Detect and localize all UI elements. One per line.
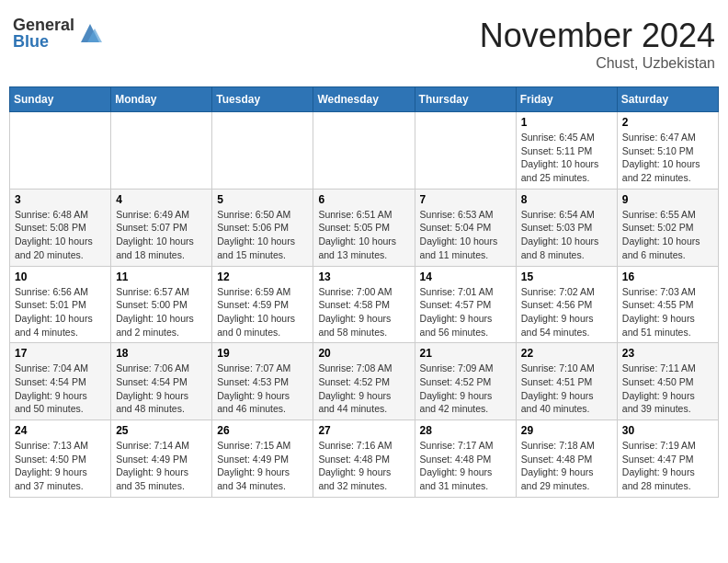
table-row: 4Sunrise: 6:49 AM Sunset: 5:07 PM Daylig… xyxy=(111,189,212,266)
table-row: 2Sunrise: 6:47 AM Sunset: 5:10 PM Daylig… xyxy=(617,112,718,190)
calendar-week-row: 17Sunrise: 7:04 AM Sunset: 4:54 PM Dayli… xyxy=(10,343,719,420)
table-row: 14Sunrise: 7:01 AM Sunset: 4:57 PM Dayli… xyxy=(415,266,516,343)
day-info: Sunrise: 7:09 AM Sunset: 4:52 PM Dayligh… xyxy=(420,362,511,416)
table-row xyxy=(111,112,212,190)
day-number: 2 xyxy=(622,116,713,129)
day-info: Sunrise: 6:51 AM Sunset: 5:05 PM Dayligh… xyxy=(318,208,409,262)
logo: General Blue xyxy=(13,17,104,50)
day-number: 28 xyxy=(420,424,511,437)
calendar-week-row: 1Sunrise: 6:45 AM Sunset: 5:11 PM Daylig… xyxy=(10,112,719,190)
day-info: Sunrise: 6:47 AM Sunset: 5:10 PM Dayligh… xyxy=(622,131,713,185)
calendar-week-row: 10Sunrise: 6:56 AM Sunset: 5:01 PM Dayli… xyxy=(10,266,719,343)
table-row: 7Sunrise: 6:53 AM Sunset: 5:04 PM Daylig… xyxy=(415,189,516,266)
day-number: 16 xyxy=(622,270,713,283)
day-info: Sunrise: 7:18 AM Sunset: 4:48 PM Dayligh… xyxy=(521,439,612,493)
day-number: 12 xyxy=(217,270,308,283)
day-info: Sunrise: 7:13 AM Sunset: 4:50 PM Dayligh… xyxy=(15,439,106,493)
table-row: 17Sunrise: 7:04 AM Sunset: 4:54 PM Dayli… xyxy=(10,343,111,420)
table-row: 15Sunrise: 7:02 AM Sunset: 4:56 PM Dayli… xyxy=(516,266,617,343)
day-number: 13 xyxy=(318,270,409,283)
day-info: Sunrise: 7:17 AM Sunset: 4:48 PM Dayligh… xyxy=(420,439,511,493)
day-info: Sunrise: 6:53 AM Sunset: 5:04 PM Dayligh… xyxy=(420,208,511,262)
day-info: Sunrise: 7:08 AM Sunset: 4:52 PM Dayligh… xyxy=(318,362,409,416)
day-number: 26 xyxy=(217,424,308,437)
day-info: Sunrise: 6:56 AM Sunset: 5:01 PM Dayligh… xyxy=(15,285,106,339)
calendar-header-row: Sunday Monday Tuesday Wednesday Thursday… xyxy=(10,87,719,112)
calendar-week-row: 24Sunrise: 7:13 AM Sunset: 4:50 PM Dayli… xyxy=(10,420,719,498)
day-info: Sunrise: 7:04 AM Sunset: 4:54 PM Dayligh… xyxy=(15,362,106,416)
table-row: 6Sunrise: 6:51 AM Sunset: 5:05 PM Daylig… xyxy=(313,189,415,266)
day-number: 27 xyxy=(318,424,409,437)
day-info: Sunrise: 7:06 AM Sunset: 4:54 PM Dayligh… xyxy=(116,362,207,416)
day-number: 29 xyxy=(521,424,612,437)
col-monday: Monday xyxy=(111,87,212,112)
table-row: 23Sunrise: 7:11 AM Sunset: 4:50 PM Dayli… xyxy=(617,343,718,420)
col-wednesday: Wednesday xyxy=(313,87,415,112)
table-row: 29Sunrise: 7:18 AM Sunset: 4:48 PM Dayli… xyxy=(516,420,617,498)
day-number: 30 xyxy=(622,424,713,437)
table-row: 16Sunrise: 7:03 AM Sunset: 4:55 PM Dayli… xyxy=(617,266,718,343)
day-number: 24 xyxy=(15,424,106,437)
title-area: November 2024 Chust, Uzbekistan xyxy=(480,17,715,72)
day-info: Sunrise: 7:11 AM Sunset: 4:50 PM Dayligh… xyxy=(622,362,713,416)
day-number: 23 xyxy=(622,347,713,360)
day-info: Sunrise: 6:50 AM Sunset: 5:06 PM Dayligh… xyxy=(217,208,308,262)
day-info: Sunrise: 7:19 AM Sunset: 4:47 PM Dayligh… xyxy=(622,439,713,493)
table-row: 13Sunrise: 7:00 AM Sunset: 4:58 PM Dayli… xyxy=(313,266,415,343)
day-number: 15 xyxy=(521,270,612,283)
day-number: 6 xyxy=(318,193,409,206)
day-info: Sunrise: 6:48 AM Sunset: 5:08 PM Dayligh… xyxy=(15,208,106,262)
table-row: 5Sunrise: 6:50 AM Sunset: 5:06 PM Daylig… xyxy=(212,189,313,266)
day-info: Sunrise: 7:00 AM Sunset: 4:58 PM Dayligh… xyxy=(318,285,409,339)
day-number: 10 xyxy=(15,270,106,283)
day-number: 14 xyxy=(420,270,511,283)
table-row: 9Sunrise: 6:55 AM Sunset: 5:02 PM Daylig… xyxy=(617,189,718,266)
table-row: 21Sunrise: 7:09 AM Sunset: 4:52 PM Dayli… xyxy=(415,343,516,420)
day-number: 21 xyxy=(420,347,511,360)
day-info: Sunrise: 7:15 AM Sunset: 4:49 PM Dayligh… xyxy=(217,439,308,493)
table-row: 27Sunrise: 7:16 AM Sunset: 4:48 PM Dayli… xyxy=(313,420,415,498)
day-info: Sunrise: 7:03 AM Sunset: 4:55 PM Dayligh… xyxy=(622,285,713,339)
day-info: Sunrise: 7:16 AM Sunset: 4:48 PM Dayligh… xyxy=(318,439,409,493)
day-number: 19 xyxy=(217,347,308,360)
table-row xyxy=(313,112,415,190)
day-number: 18 xyxy=(116,347,207,360)
day-info: Sunrise: 6:59 AM Sunset: 4:59 PM Dayligh… xyxy=(217,285,308,339)
table-row: 8Sunrise: 6:54 AM Sunset: 5:03 PM Daylig… xyxy=(516,189,617,266)
day-info: Sunrise: 7:14 AM Sunset: 4:49 PM Dayligh… xyxy=(116,439,207,493)
table-row: 25Sunrise: 7:14 AM Sunset: 4:49 PM Dayli… xyxy=(111,420,212,498)
table-row: 30Sunrise: 7:19 AM Sunset: 4:47 PM Dayli… xyxy=(617,420,718,498)
table-row: 19Sunrise: 7:07 AM Sunset: 4:53 PM Dayli… xyxy=(212,343,313,420)
day-number: 4 xyxy=(116,193,207,206)
day-number: 1 xyxy=(521,116,612,129)
table-row: 3Sunrise: 6:48 AM Sunset: 5:08 PM Daylig… xyxy=(10,189,111,266)
table-row: 28Sunrise: 7:17 AM Sunset: 4:48 PM Dayli… xyxy=(415,420,516,498)
day-info: Sunrise: 6:49 AM Sunset: 5:07 PM Dayligh… xyxy=(116,208,207,262)
table-row xyxy=(10,112,111,190)
logo-blue-text: Blue xyxy=(13,33,74,50)
day-info: Sunrise: 6:57 AM Sunset: 5:00 PM Dayligh… xyxy=(116,285,207,339)
day-info: Sunrise: 7:10 AM Sunset: 4:51 PM Dayligh… xyxy=(521,362,612,416)
table-row: 20Sunrise: 7:08 AM Sunset: 4:52 PM Dayli… xyxy=(313,343,415,420)
table-row xyxy=(415,112,516,190)
month-title: November 2024 xyxy=(480,17,715,55)
table-row xyxy=(212,112,313,190)
table-row: 12Sunrise: 6:59 AM Sunset: 4:59 PM Dayli… xyxy=(212,266,313,343)
day-info: Sunrise: 6:55 AM Sunset: 5:02 PM Dayligh… xyxy=(622,208,713,262)
day-number: 20 xyxy=(318,347,409,360)
day-info: Sunrise: 7:01 AM Sunset: 4:57 PM Dayligh… xyxy=(420,285,511,339)
table-row: 24Sunrise: 7:13 AM Sunset: 4:50 PM Dayli… xyxy=(10,420,111,498)
col-friday: Friday xyxy=(516,87,617,112)
day-number: 9 xyxy=(622,193,713,206)
logo-general-text: General xyxy=(13,17,74,33)
day-info: Sunrise: 7:07 AM Sunset: 4:53 PM Dayligh… xyxy=(217,362,308,416)
day-number: 11 xyxy=(116,270,207,283)
day-number: 3 xyxy=(15,193,106,206)
logo-icon xyxy=(76,19,104,47)
day-number: 25 xyxy=(116,424,207,437)
day-number: 17 xyxy=(15,347,106,360)
col-thursday: Thursday xyxy=(415,87,516,112)
location-subtitle: Chust, Uzbekistan xyxy=(480,55,715,72)
table-row: 11Sunrise: 6:57 AM Sunset: 5:00 PM Dayli… xyxy=(111,266,212,343)
col-sunday: Sunday xyxy=(10,87,111,112)
